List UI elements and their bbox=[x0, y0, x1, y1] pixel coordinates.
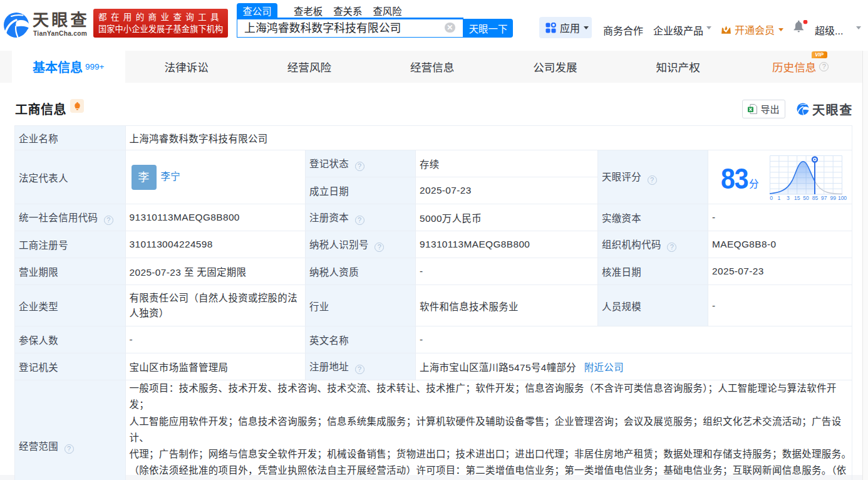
svg-text:97: 97 bbox=[821, 195, 827, 201]
svg-text:100: 100 bbox=[838, 195, 847, 201]
svg-text:15: 15 bbox=[794, 195, 800, 201]
svg-text:99: 99 bbox=[830, 195, 836, 201]
svg-text:50: 50 bbox=[803, 195, 809, 201]
svg-text:1: 1 bbox=[778, 195, 781, 201]
svg-text:0: 0 bbox=[770, 195, 773, 201]
svg-text:85: 85 bbox=[812, 195, 819, 201]
svg-text:3: 3 bbox=[787, 195, 790, 201]
